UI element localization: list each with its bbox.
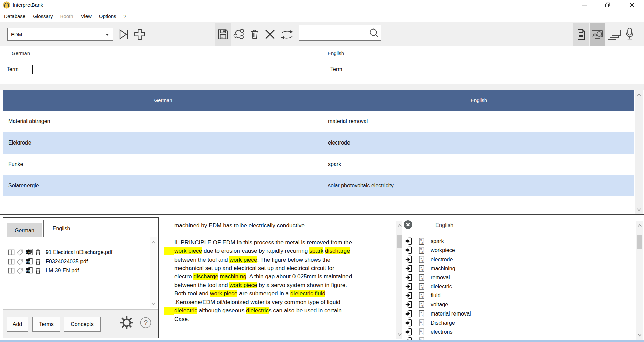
term-row[interactable]: G x machining bbox=[402, 264, 634, 273]
translate-icon[interactable]: G x bbox=[417, 246, 425, 254]
scroll-up-icon[interactable] bbox=[397, 223, 402, 229]
translate-icon[interactable]: G x bbox=[417, 255, 425, 264]
document-view-button[interactable] bbox=[576, 28, 587, 42]
menu-item-help[interactable]: ? bbox=[120, 13, 130, 19]
book-icon[interactable] bbox=[8, 249, 15, 256]
tab-german[interactable]: German bbox=[7, 223, 42, 237]
insert-term-icon[interactable] bbox=[405, 328, 412, 336]
help-button[interactable]: ? bbox=[140, 317, 152, 330]
insert-term-icon[interactable] bbox=[405, 319, 412, 327]
german-term-input[interactable] bbox=[30, 62, 317, 77]
term-row[interactable]: G x fluid bbox=[402, 291, 634, 300]
concepts-button[interactable]: Concepts bbox=[64, 317, 101, 332]
file-list-scrollbar[interactable] bbox=[150, 237, 157, 308]
term-row[interactable]: G x removal bbox=[402, 273, 634, 282]
insert-term-icon[interactable] bbox=[405, 309, 412, 318]
reader-panel[interactable]: machined by EDM has to be electrically c… bbox=[164, 218, 396, 339]
book-icon[interactable] bbox=[8, 258, 15, 265]
term-row[interactable]: G x electrons bbox=[402, 327, 634, 336]
share-button[interactable] bbox=[233, 28, 246, 42]
flashcards-view-button[interactable] bbox=[607, 29, 621, 42]
header-cell-german[interactable]: German bbox=[3, 90, 324, 111]
search-input[interactable] bbox=[300, 26, 367, 39]
tag-icon[interactable] bbox=[16, 258, 24, 265]
clear-button[interactable] bbox=[264, 28, 276, 41]
insert-term-icon[interactable] bbox=[405, 273, 412, 282]
table-row[interactable]: Funkespark bbox=[3, 154, 634, 175]
translate-icon[interactable]: G x bbox=[417, 310, 425, 318]
terms-scrollbar[interactable] bbox=[636, 221, 643, 340]
delete-file-icon[interactable] bbox=[35, 249, 41, 256]
delete-entry-button[interactable] bbox=[249, 28, 260, 42]
glossary-selector[interactable]: EDM bbox=[7, 28, 113, 41]
tag-icon[interactable] bbox=[16, 249, 24, 256]
scroll-down-icon[interactable] bbox=[637, 207, 641, 213]
insert-term-icon[interactable] bbox=[405, 264, 412, 273]
new-glossary-button[interactable] bbox=[133, 27, 146, 42]
settings-button[interactable] bbox=[119, 315, 134, 331]
scroll-up-icon[interactable] bbox=[637, 92, 641, 98]
insert-term-icon[interactable] bbox=[405, 255, 412, 264]
open-glossary-button[interactable] bbox=[118, 28, 130, 42]
txt-file-icon[interactable]: TXT bbox=[25, 258, 33, 265]
delete-file-icon[interactable] bbox=[35, 258, 41, 265]
chart-search-view-button[interactable] bbox=[591, 28, 604, 42]
save-button[interactable] bbox=[217, 28, 229, 42]
delete-file-icon[interactable] bbox=[35, 267, 41, 274]
insert-term-icon[interactable] bbox=[405, 237, 412, 245]
scroll-down-icon[interactable] bbox=[637, 332, 642, 338]
translate-icon[interactable]: G x bbox=[417, 328, 425, 336]
insert-term-icon[interactable] bbox=[405, 246, 412, 254]
table-scrollbar[interactable] bbox=[635, 90, 643, 215]
insert-term-icon[interactable] bbox=[405, 291, 412, 300]
term-row[interactable]: G x Discharge bbox=[402, 318, 634, 327]
term-row[interactable]: G x voltage bbox=[402, 300, 634, 309]
terms-button[interactable]: Terms bbox=[32, 317, 60, 332]
translate-icon[interactable]: G x bbox=[417, 292, 425, 300]
insert-term-icon[interactable] bbox=[405, 337, 412, 340]
file-row[interactable]: TXT F0324024035.pdf bbox=[8, 257, 148, 266]
table-row[interactable]: Material abtragenmaterial removal bbox=[3, 111, 634, 132]
scroll-down-icon[interactable] bbox=[151, 300, 156, 306]
tab-english[interactable]: English bbox=[43, 220, 79, 237]
table-row[interactable]: Elektrodeelectrode bbox=[3, 132, 634, 154]
translate-icon[interactable]: G x bbox=[417, 265, 425, 273]
file-row[interactable]: TXT LM-39-EN.pdf bbox=[8, 266, 148, 275]
scrollbar-thumb[interactable] bbox=[637, 235, 642, 249]
term-row[interactable]: G x material removal bbox=[402, 309, 634, 318]
close-button[interactable] bbox=[624, 0, 640, 10]
translate-icon[interactable]: G x bbox=[417, 283, 425, 291]
insert-term-icon[interactable] bbox=[405, 282, 412, 291]
table-row[interactable]: Solarenergiesolar photovoltaic electrici… bbox=[3, 175, 634, 196]
term-row[interactable]: G x spark bbox=[402, 237, 634, 246]
txt-file-icon[interactable]: TXT bbox=[25, 267, 33, 274]
term-row[interactable]: G x workpiece bbox=[402, 246, 634, 255]
scroll-up-icon[interactable] bbox=[637, 223, 642, 229]
term-row-partial[interactable]: G x bbox=[402, 336, 634, 340]
scroll-down-icon[interactable] bbox=[397, 331, 402, 337]
close-terms-button[interactable] bbox=[403, 220, 413, 229]
translate-icon[interactable]: G x bbox=[417, 337, 425, 341]
translate-icon[interactable]: G x bbox=[417, 319, 425, 327]
record-button[interactable] bbox=[625, 27, 634, 42]
translate-icon[interactable]: G x bbox=[417, 274, 425, 282]
scroll-up-icon[interactable] bbox=[151, 239, 156, 245]
translate-icon[interactable]: G x bbox=[417, 301, 425, 309]
translate-icon[interactable]: G x bbox=[417, 237, 425, 245]
dropdown-arrow-icon[interactable] bbox=[106, 34, 109, 36]
tag-icon[interactable] bbox=[16, 267, 24, 274]
restore-button[interactable] bbox=[600, 0, 615, 10]
menu-item-database[interactable]: Database bbox=[4, 13, 29, 19]
file-row[interactable]: TXT 91 Electrical üDischarge.pdf bbox=[8, 248, 148, 257]
menu-item-glossary[interactable]: Glossary bbox=[29, 13, 56, 19]
header-cell-english[interactable]: English bbox=[324, 90, 634, 111]
insert-term-icon[interactable] bbox=[405, 300, 412, 309]
term-row[interactable]: G x electrode bbox=[402, 255, 634, 264]
menu-item-options[interactable]: Options bbox=[95, 13, 120, 19]
menu-item-view[interactable]: View bbox=[77, 13, 95, 19]
term-row[interactable]: G x dielectric bbox=[402, 282, 634, 291]
book-icon[interactable] bbox=[8, 267, 15, 274]
english-term-input[interactable] bbox=[351, 62, 639, 77]
txt-file-icon[interactable]: TXT bbox=[25, 249, 33, 256]
swap-languages-button[interactable] bbox=[280, 29, 294, 41]
